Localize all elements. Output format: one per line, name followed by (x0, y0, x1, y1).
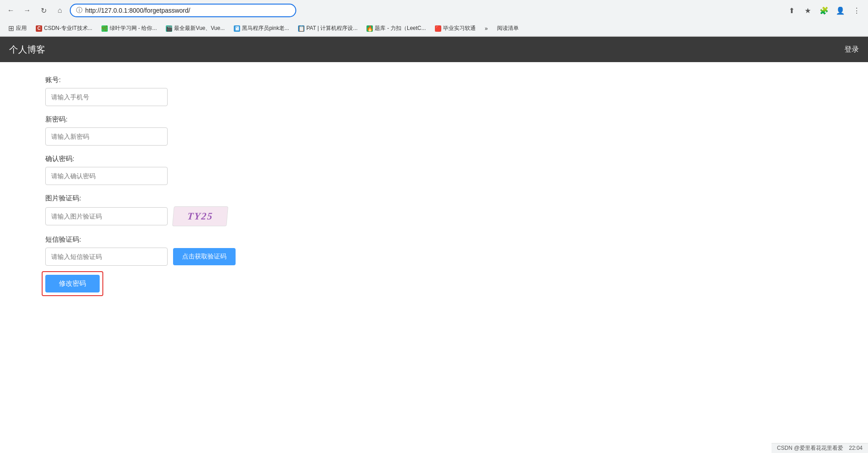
home-button[interactable]: ⌂ (53, 4, 66, 17)
address-bar[interactable] (85, 7, 290, 14)
app-header: 个人博客 登录 (0, 37, 868, 62)
main-content: 账号: 新密码: 确认密码: 图片验证码: TY25 短信验证码: 点击获取验证… (0, 62, 408, 315)
bookmark-csdn[interactable]: C CSDN-专业IT技术... (32, 23, 96, 34)
bookmark-pat[interactable]: 📋 PAT | 计算机程序设... (294, 23, 361, 34)
account-input[interactable] (45, 88, 168, 106)
bookmark-lvye-label: 绿叶学习网 - 给你... (110, 24, 157, 32)
bookmark-heima-label: 黑马程序员pink老... (242, 24, 289, 32)
extension-button[interactable]: 🧩 (817, 4, 831, 17)
lvye-favicon: 🌿 (101, 25, 108, 32)
new-password-input[interactable] (45, 127, 168, 146)
profile-button[interactable]: 👤 (834, 4, 847, 17)
submit-wrapper: 修改密码 (45, 275, 100, 292)
bookmark-lvye[interactable]: 🌿 绿叶学习网 - 给你... (98, 23, 161, 34)
sms-input[interactable] (45, 248, 168, 266)
leetcode-favicon: 🔥 (366, 25, 373, 32)
toolbar-right: ⬆ ★ 🧩 👤 ⋮ (785, 4, 863, 17)
sms-label: 短信验证码: (45, 235, 362, 244)
new-password-label: 新密码: (45, 115, 362, 124)
bookmark-vue-label: 最全最新Vue、Vue... (174, 24, 225, 32)
share-button[interactable]: ⬆ (785, 4, 798, 17)
browser-chrome: ← → ↻ ⌂ ⓘ ⬆ ★ 🧩 👤 ⋮ ⊞ 应用 C CSDN-专业IT技术..… (0, 0, 868, 37)
refresh-button[interactable]: ↻ (37, 4, 50, 17)
bookmark-more-label: » (485, 25, 488, 32)
confirm-password-input[interactable] (45, 167, 168, 185)
bookmark-biye-label: 毕业实习软通 (443, 24, 476, 32)
bookmark-readlist-label: 阅读清单 (497, 24, 519, 32)
address-bar-wrapper: ⓘ (70, 4, 296, 17)
bookmark-apps[interactable]: ⊞ 应用 (5, 23, 30, 34)
captcha-row: TY25 (45, 206, 362, 226)
bookmark-star-button[interactable]: ★ (801, 4, 815, 17)
bookmark-leetcode[interactable]: 🔥 题库 - 力扣（LeetC... (363, 23, 429, 34)
bookmark-more[interactable]: » (481, 24, 492, 33)
confirm-password-label: 确认密码: (45, 155, 362, 163)
captcha-image-text: TY25 (187, 210, 213, 222)
vue-favicon: 🎬 (166, 25, 172, 32)
bookmark-pat-label: PAT | 计算机程序设... (306, 24, 357, 32)
new-password-group: 新密码: (45, 115, 362, 146)
bookmark-apps-label: 应用 (16, 24, 27, 32)
captcha-image[interactable]: TY25 (172, 206, 228, 226)
confirm-password-group: 确认密码: (45, 155, 362, 185)
heima-favicon: 🖥 (234, 25, 240, 32)
sms-row: 点击获取验证码 (45, 248, 362, 266)
menu-button[interactable]: ⋮ (850, 4, 863, 17)
pat-favicon: 📋 (298, 25, 304, 32)
bookmark-biye[interactable]: 🔴 毕业实习软通 (431, 23, 479, 34)
csdn-favicon: C (36, 25, 42, 32)
bookmarks-bar: ⊞ 应用 C CSDN-专业IT技术... 🌿 绿叶学习网 - 给你... 🎬 … (0, 21, 868, 36)
bookmark-leetcode-label: 题库 - 力扣（LeetC... (375, 24, 426, 32)
sms-group: 短信验证码: 点击获取验证码 (45, 235, 362, 266)
get-code-button[interactable]: 点击获取验证码 (173, 248, 236, 265)
captcha-group: 图片验证码: TY25 (45, 194, 362, 226)
bookmark-heima[interactable]: 🖥 黑马程序员pink老... (230, 23, 293, 34)
forward-button[interactable]: → (21, 4, 34, 17)
captcha-label: 图片验证码: (45, 194, 362, 203)
info-icon: ⓘ (76, 6, 82, 15)
biye-favicon: 🔴 (435, 25, 441, 32)
bookmark-vue[interactable]: 🎬 最全最新Vue、Vue... (162, 23, 228, 34)
account-label: 账号: (45, 76, 362, 84)
login-button[interactable]: 登录 (844, 45, 859, 54)
app-title: 个人博客 (9, 44, 45, 56)
captcha-input[interactable] (45, 207, 168, 225)
browser-toolbar: ← → ↻ ⌂ ⓘ ⬆ ★ 🧩 👤 ⋮ (0, 0, 868, 21)
apps-icon: ⊞ (8, 24, 14, 33)
submit-button[interactable]: 修改密码 (45, 275, 100, 292)
account-group: 账号: (45, 76, 362, 106)
submit-group: 修改密码 (45, 275, 362, 292)
back-button[interactable]: ← (5, 4, 17, 17)
bookmark-csdn-label: CSDN-专业IT技术... (44, 24, 92, 32)
bookmark-readlist[interactable]: 阅读清单 (493, 23, 522, 34)
